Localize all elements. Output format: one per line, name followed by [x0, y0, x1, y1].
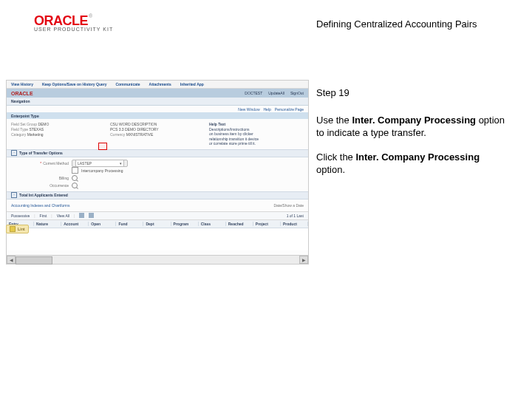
- help-line: or correlate store prime till it.: [209, 141, 304, 146]
- toolbar-icon[interactable]: [79, 213, 84, 218]
- grid-col[interactable]: Reached: [226, 222, 253, 226]
- grid-col[interactable]: Dept: [143, 222, 171, 226]
- grid-col[interactable]: Open: [89, 222, 116, 226]
- section-header-label: Total Int Applicants Entered: [19, 193, 68, 197]
- instruction-use: Use the Inter. Company Processing option…: [316, 115, 508, 140]
- help-text: Help Text Descriptions/Instructions on b…: [209, 122, 304, 146]
- grid-body: [7, 228, 308, 250]
- brand-bar: ORACLE DOCTEST UpdateAll SignOut: [7, 89, 308, 98]
- grid-header: Entry Nature Account Open Fund Dept Prog…: [7, 220, 308, 228]
- toolbar-item[interactable]: View All: [57, 214, 69, 218]
- date-label: Date/Show a Date: [273, 203, 304, 208]
- brand-bar-logo: ORACLE: [11, 91, 33, 96]
- scroll-right-arrow[interactable]: ▶: [299, 256, 308, 264]
- accounting-link[interactable]: Accounting Indexes and Chartforms: [11, 203, 70, 208]
- section-header-label: Type of Transfer Options: [19, 151, 63, 155]
- info-label: Field Set Group: [11, 122, 37, 126]
- topbar-item[interactable]: Inherited App: [180, 82, 204, 86]
- section-header[interactable]: -Type of Transfer Options: [7, 149, 308, 157]
- info-value: Marketing: [27, 132, 44, 137]
- page-title: Defining Centralized Accounting Pairs: [316, 18, 477, 30]
- info-label: Category: [11, 132, 26, 137]
- info-value: STEXAS: [29, 127, 44, 132]
- topbar-item[interactable]: View History: [11, 82, 33, 86]
- brand-bar-link[interactable]: UpdateAll: [268, 91, 284, 95]
- scroll-thumb[interactable]: [16, 256, 52, 265]
- grid-col[interactable]: Product: [281, 222, 308, 226]
- info-label: Currency: [110, 132, 125, 137]
- window-topbar: View History Keep Options/Save on Histor…: [7, 81, 308, 89]
- field-label: Occurrence: [11, 183, 69, 188]
- grid-toolbar: Possessive| First| View All| 1 of 1 Last: [7, 211, 308, 220]
- topbar-item[interactable]: Attachments: [149, 82, 171, 86]
- trademark: ®: [89, 13, 92, 18]
- grid-col[interactable]: Project: [253, 222, 281, 226]
- collapse-icon[interactable]: -: [11, 192, 17, 198]
- intercompany-processing-checkbox[interactable]: [72, 167, 78, 174]
- toolbar-count: 1 of 1 Last: [287, 214, 304, 218]
- topbar-item[interactable]: Communicate: [115, 82, 140, 86]
- field-label: Billing: [11, 176, 69, 180]
- topbar-item[interactable]: Keep Options/Save on History Query: [42, 82, 107, 86]
- instruction-click-pre: Click the: [316, 151, 355, 163]
- lint-label: Lint: [18, 227, 25, 231]
- field-label: *Current Method: [11, 161, 69, 166]
- horizontal-scrollbar[interactable]: ◀ ▶: [6, 255, 309, 265]
- breadcrumb-link[interactable]: Personalize Page: [275, 107, 304, 112]
- scroll-track[interactable]: [16, 256, 299, 263]
- lint-container: Lint: [6, 222, 29, 235]
- nav-bar: Navigation: [7, 98, 308, 106]
- current-method-field[interactable]: LASTEP▾: [72, 160, 128, 167]
- lookup-icon[interactable]: [72, 175, 78, 181]
- breadcrumb-link[interactable]: Help: [264, 107, 271, 112]
- toolbar-icon[interactable]: [89, 213, 94, 218]
- brand-logo: ORACLE® USER PRODUCTIVITY KIT: [34, 13, 113, 32]
- grid-col[interactable]: Fund: [116, 222, 143, 226]
- intercompany-processing-label: Intercompany Processing: [81, 168, 123, 173]
- grid-col[interactable]: Nature: [34, 222, 61, 226]
- instruction-click: Click the Inter. Company Processing opti…: [316, 151, 508, 177]
- lint-button[interactable]: Lint: [6, 225, 29, 233]
- breadcrumb: New Window Help Personalize Page: [7, 106, 308, 112]
- instruction-click-post: option.: [316, 164, 345, 175]
- instruction-use-bold: Inter. Company Processing: [352, 115, 476, 126]
- info-value: CSU WORD DESCRIPTION: [110, 122, 157, 126]
- step-label: Step 19: [316, 87, 508, 100]
- embedded-screenshot: View History Keep Options/Save on Histor…: [6, 80, 309, 265]
- brand-bar-link[interactable]: SignOut: [290, 91, 304, 95]
- form-applicants: Accounting Indexes and Chartforms Date/S…: [7, 200, 308, 211]
- breadcrumb-link[interactable]: New Window: [238, 107, 259, 112]
- lookup-icon[interactable]: [72, 183, 78, 188]
- info-value: DEMO: [38, 122, 49, 126]
- info-value: MXNISTRATIVE: [126, 132, 154, 137]
- section-band: Enterpoint Type: [7, 112, 308, 119]
- toolbar-item[interactable]: First: [40, 214, 47, 218]
- brand-text: ORACLE: [34, 13, 88, 28]
- section-band-label: Enterpoint Type: [11, 114, 39, 118]
- info-block: Field Set Group DEMO Field Type STEXAS C…: [7, 119, 308, 149]
- chevron-down-icon: ▾: [120, 161, 122, 166]
- instruction-click-bold: Inter. Company Processing: [355, 151, 480, 163]
- collapse-icon[interactable]: -: [11, 150, 17, 156]
- nav-item[interactable]: Navigation: [11, 99, 30, 103]
- info-value: PCS 3.3 DEMO DIRECTORY: [110, 127, 159, 132]
- scroll-left-arrow[interactable]: ◀: [7, 256, 16, 264]
- grid-col[interactable]: Class: [199, 222, 226, 226]
- section-header[interactable]: -Total Int Applicants Entered: [7, 191, 308, 200]
- grid-col[interactable]: Account: [61, 222, 89, 226]
- grid-col[interactable]: Program: [171, 222, 199, 226]
- form-transfer-options: *Current Method LASTEP▾ Intercompany Pro…: [7, 157, 308, 191]
- lint-icon: [10, 226, 16, 232]
- instruction-use-pre: Use the: [316, 115, 352, 126]
- toolbar-item[interactable]: Possessive: [11, 214, 30, 218]
- brand-subtext: USER PRODUCTIVITY KIT: [34, 27, 113, 32]
- brand-bar-link[interactable]: DOCTEST: [245, 91, 262, 95]
- info-label: Field Type: [11, 127, 28, 132]
